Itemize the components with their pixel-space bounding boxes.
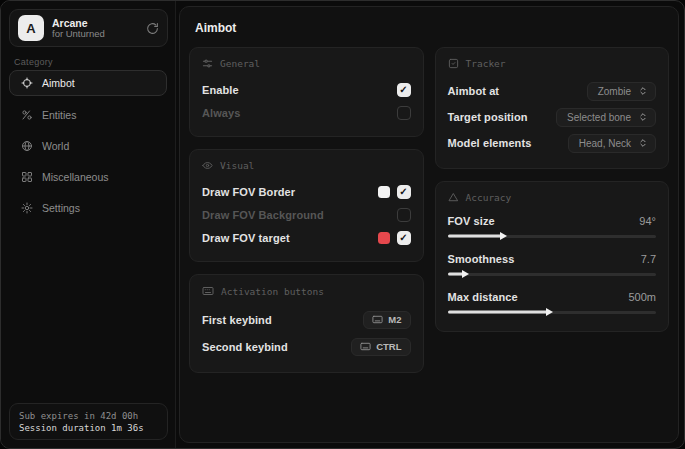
target-position-row: Target position Selected bone — [448, 104, 657, 130]
second-keybind-row: Second keybind CTRL — [202, 333, 411, 360]
smoothness-value: 7.7 — [641, 253, 656, 265]
brand-card: A Arcane for Unturned — [9, 9, 168, 47]
draw-fov-background-label: Draw FOV Background — [202, 209, 324, 221]
max-distance-label: Max distance — [448, 291, 518, 303]
visual-card: Visual Draw FOV Border ✓ Draw FOV Backgr… — [189, 149, 424, 262]
session-duration-text: Session duration 1m 36s — [19, 423, 158, 433]
draw-fov-border-checkbox[interactable]: ✓ — [397, 185, 411, 199]
general-card-header: General — [202, 58, 411, 69]
fov-size-value: 94° — [639, 215, 656, 227]
first-keybind-button[interactable]: M2 — [363, 311, 410, 329]
sidebar-item-label: World — [42, 140, 69, 152]
always-checkbox[interactable]: ✓ — [397, 106, 411, 120]
keyboard-icon — [360, 341, 371, 352]
sidebar-item-aimbot[interactable]: Aimbot — [9, 70, 167, 96]
fov-size-slider[interactable] — [448, 229, 657, 243]
activation-header-label: Activation buttons — [221, 286, 324, 297]
second-keybind-label: Second keybind — [202, 341, 288, 353]
model-elements-label: Model elements — [448, 137, 532, 149]
fov-target-color-swatch[interactable] — [378, 232, 390, 244]
page-title: Aimbot — [195, 21, 669, 35]
triangle-icon — [448, 192, 459, 203]
enable-checkbox[interactable]: ✓ — [397, 83, 411, 97]
right-column: Tracker Aimbot at Zombie — [435, 47, 670, 373]
refresh-icon[interactable] — [146, 22, 159, 35]
brand-avatar: A — [18, 15, 44, 41]
slider-thumb[interactable] — [546, 308, 553, 316]
max-distance-slider[interactable] — [448, 305, 657, 319]
smoothness-label: Smoothness — [448, 253, 515, 265]
visual-card-header: Visual — [202, 160, 411, 171]
model-elements-value: Head, Neck — [579, 138, 631, 149]
first-keybind-row: First keybind M2 — [202, 306, 411, 333]
sidebar-item-label: Aimbot — [42, 77, 75, 89]
main-panel: Aimbot General Enable — [179, 6, 679, 443]
accuracy-card-header: Accuracy — [448, 192, 657, 203]
sidebar-item-label: Miscellaneous — [42, 171, 109, 183]
globe-icon — [20, 140, 33, 152]
grid-icon — [20, 171, 33, 183]
smoothness-row: Smoothness 7.7 — [448, 250, 657, 281]
max-distance-row: Max distance 500m — [448, 288, 657, 319]
accuracy-card: Accuracy FOV size 94° — [435, 181, 670, 332]
smoothness-slider[interactable] — [448, 267, 657, 281]
eye-icon — [202, 160, 213, 171]
fov-size-label: FOV size — [448, 215, 495, 227]
sidebar-item-miscellaneous[interactable]: Miscellaneous — [9, 163, 167, 191]
sidebar-nav: Aimbot Entities World — [9, 70, 167, 225]
model-elements-select[interactable]: Head, Neck — [568, 134, 656, 153]
draw-fov-target-checkbox[interactable]: ✓ — [397, 231, 411, 245]
draw-fov-background-checkbox[interactable]: ✓ — [397, 208, 411, 222]
tracker-header-label: Tracker — [466, 58, 506, 69]
arcane-cheat-window: A Arcane for Unturned Category Aimbot — [0, 0, 685, 449]
model-elements-row: Model elements Head, Neck — [448, 130, 657, 156]
draw-fov-border-label: Draw FOV Border — [202, 186, 295, 198]
always-label: Always — [202, 107, 241, 119]
fov-border-color-swatch[interactable] — [378, 186, 390, 198]
aimbot-at-label: Aimbot at — [448, 85, 500, 97]
visual-header-label: Visual — [220, 160, 254, 171]
sidebar-item-entities[interactable]: Entities — [9, 101, 167, 129]
sidebar-item-label: Settings — [42, 202, 80, 214]
draw-fov-target-row: Draw FOV target ✓ — [202, 226, 411, 249]
tracker-card: Tracker Aimbot at Zombie — [435, 47, 670, 169]
sidebar-item-settings[interactable]: Settings — [9, 194, 167, 222]
target-position-label: Target position — [448, 111, 528, 123]
target-position-value: Selected bone — [567, 112, 631, 123]
general-header-label: General — [220, 58, 260, 69]
always-row: Always ✓ — [202, 101, 411, 124]
chevron-up-down-icon — [638, 86, 648, 96]
second-keybind-button[interactable]: CTRL — [351, 338, 410, 356]
slider-fill — [448, 311, 548, 314]
crosshair-icon — [20, 77, 33, 89]
slider-thumb[interactable] — [462, 270, 469, 278]
max-distance-value: 500m — [628, 291, 656, 303]
keyboard-icon — [372, 314, 383, 325]
target-position-select[interactable]: Selected bone — [556, 108, 656, 127]
sidebar: A Arcane for Unturned Category Aimbot — [1, 1, 176, 448]
entities-icon — [20, 109, 33, 121]
slider-track — [448, 273, 657, 276]
chevron-up-down-icon — [638, 112, 648, 122]
category-label: Category — [14, 57, 53, 67]
aimbot-at-row: Aimbot at Zombie — [448, 78, 657, 104]
activation-card: Activation buttons First keybind M2 — [189, 274, 424, 373]
chevron-up-down-icon — [638, 138, 648, 148]
left-column: General Enable ✓ Always ✓ — [189, 47, 424, 373]
brand-text: Arcane for Unturned — [52, 17, 138, 40]
sidebar-item-world[interactable]: World — [9, 132, 167, 160]
aimbot-at-value: Zombie — [598, 86, 631, 97]
general-card: General Enable ✓ Always ✓ — [189, 47, 424, 137]
aimbot-at-select[interactable]: Zombie — [587, 82, 656, 101]
enable-row: Enable ✓ — [202, 78, 411, 101]
brand-subtitle: for Unturned — [52, 29, 138, 40]
slider-thumb[interactable] — [500, 232, 507, 240]
sub-expiry-text: Sub expires in 42d 00h — [19, 411, 158, 421]
draw-fov-background-row: Draw FOV Background ✓ — [202, 203, 411, 226]
sidebar-item-label: Entities — [42, 109, 76, 121]
subscription-status-card: Sub expires in 42d 00h Session duration … — [9, 403, 168, 440]
accuracy-header-label: Accuracy — [466, 192, 512, 203]
activation-card-header: Activation buttons — [202, 285, 411, 297]
keyboard-icon — [202, 285, 214, 297]
draw-fov-border-row: Draw FOV Border ✓ — [202, 180, 411, 203]
